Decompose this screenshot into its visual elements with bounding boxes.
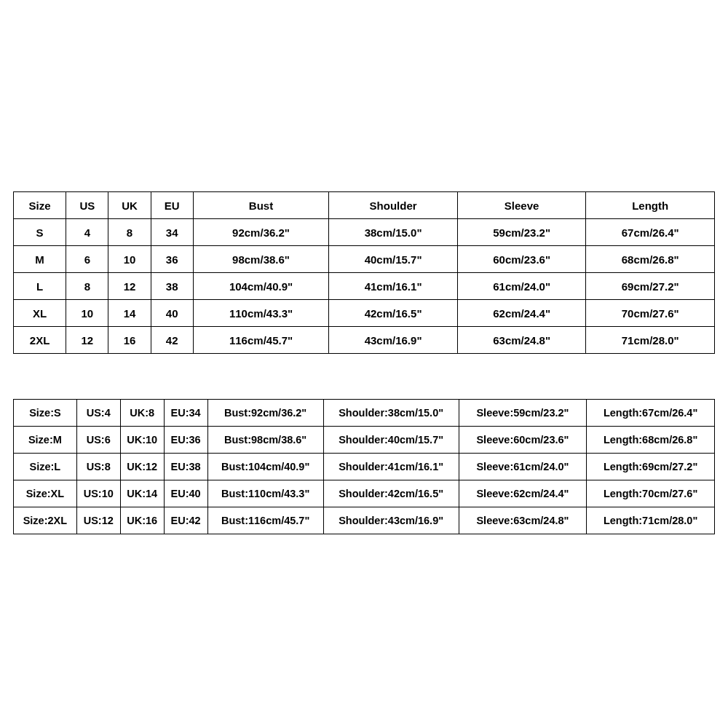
- table-row: Size:XL US:10 UK:14 EU:40 Bust:110cm/43.…: [14, 480, 715, 507]
- cell: EU:40: [164, 480, 207, 507]
- cell: 104cm/40.9": [193, 273, 329, 300]
- cell: 12: [66, 327, 108, 354]
- cell: US:4: [76, 400, 120, 427]
- cell: Size:2XL: [14, 507, 77, 534]
- cell: 92cm/36.2": [193, 219, 329, 246]
- cell: 62cm/24.4": [457, 300, 586, 327]
- cell: 67cm/26.4": [586, 219, 715, 246]
- table-row: Size:2XL US:12 UK:16 EU:42 Bust:116cm/45…: [14, 507, 715, 534]
- cell: L: [14, 273, 66, 300]
- cell: EU:42: [164, 507, 207, 534]
- cell: 40: [151, 300, 193, 327]
- cell: 2XL: [14, 327, 66, 354]
- cell: Bust:92cm/36.2": [207, 400, 323, 427]
- cell: 38cm/15.0": [329, 219, 458, 246]
- table-row: XL 10 14 40 110cm/43.3" 42cm/16.5" 62cm/…: [14, 300, 715, 327]
- cell: US:6: [76, 427, 120, 454]
- cell: 40cm/15.7": [329, 246, 458, 273]
- cell: Shoulder:40cm/15.7": [323, 427, 459, 454]
- cell: 110cm/43.3": [193, 300, 329, 327]
- cell: 14: [108, 300, 151, 327]
- col-length: Length: [586, 192, 715, 219]
- table-row: 2XL 12 16 42 116cm/45.7" 43cm/16.9" 63cm…: [14, 327, 715, 354]
- col-bust: Bust: [193, 192, 329, 219]
- table-row: S 4 8 34 92cm/36.2" 38cm/15.0" 59cm/23.2…: [14, 219, 715, 246]
- col-shoulder: Shoulder: [329, 192, 458, 219]
- col-us: US: [66, 192, 108, 219]
- cell: 12: [108, 273, 151, 300]
- cell: 59cm/23.2": [457, 219, 586, 246]
- cell: UK:10: [120, 427, 164, 454]
- cell: 60cm/23.6": [457, 246, 586, 273]
- cell: Sleeve:63cm/24.8": [459, 507, 587, 534]
- cell: EU:38: [164, 454, 207, 480]
- cell: 63cm/24.8": [457, 327, 586, 354]
- cell: Size:M: [14, 427, 77, 454]
- cell: UK:14: [120, 480, 164, 507]
- cell: Bust:116cm/45.7": [207, 507, 323, 534]
- size-chart-headered: Size US UK EU Bust Shoulder Sleeve Lengt…: [13, 191, 715, 354]
- cell: Length:69cm/27.2": [587, 454, 715, 480]
- cell: M: [14, 246, 66, 273]
- cell: Shoulder:41cm/16.1": [323, 454, 459, 480]
- col-eu: EU: [151, 192, 193, 219]
- cell: Length:68cm/26.8": [587, 427, 715, 454]
- cell: Sleeve:59cm/23.2": [459, 400, 587, 427]
- cell: Bust:104cm/40.9": [207, 454, 323, 480]
- cell: Length:67cm/26.4": [587, 400, 715, 427]
- cell: S: [14, 219, 66, 246]
- cell: Shoulder:43cm/16.9": [323, 507, 459, 534]
- cell: US:8: [76, 454, 120, 480]
- cell: 71cm/28.0": [586, 327, 715, 354]
- table-row: Size:L US:8 UK:12 EU:38 Bust:104cm/40.9"…: [14, 454, 715, 480]
- size-chart-labeled: Size:S US:4 UK:8 EU:34 Bust:92cm/36.2" S…: [13, 399, 715, 534]
- col-sleeve: Sleeve: [457, 192, 586, 219]
- cell: 4: [66, 219, 108, 246]
- table-row: L 8 12 38 104cm/40.9" 41cm/16.1" 61cm/24…: [14, 273, 715, 300]
- cell: UK:16: [120, 507, 164, 534]
- table-row: Size:S US:4 UK:8 EU:34 Bust:92cm/36.2" S…: [14, 400, 715, 427]
- cell: 68cm/26.8": [586, 246, 715, 273]
- cell: 43cm/16.9": [329, 327, 458, 354]
- cell: Sleeve:62cm/24.4": [459, 480, 587, 507]
- cell: 42: [151, 327, 193, 354]
- table-row: Size:M US:6 UK:10 EU:36 Bust:98cm/38.6" …: [14, 427, 715, 454]
- cell: UK:8: [120, 400, 164, 427]
- cell: Sleeve:61cm/24.0": [459, 454, 587, 480]
- cell: 16: [108, 327, 151, 354]
- cell: 8: [108, 219, 151, 246]
- cell: 41cm/16.1": [329, 273, 458, 300]
- cell: Bust:98cm/38.6": [207, 427, 323, 454]
- cell: 98cm/38.6": [193, 246, 329, 273]
- cell: Length:71cm/28.0": [587, 507, 715, 534]
- cell: EU:36: [164, 427, 207, 454]
- cell: UK:12: [120, 454, 164, 480]
- cell: Bust:110cm/43.3": [207, 480, 323, 507]
- cell: 34: [151, 219, 193, 246]
- cell: Shoulder:38cm/15.0": [323, 400, 459, 427]
- cell: 10: [108, 246, 151, 273]
- cell: 6: [66, 246, 108, 273]
- cell: Sleeve:60cm/23.6": [459, 427, 587, 454]
- cell: EU:34: [164, 400, 207, 427]
- cell: XL: [14, 300, 66, 327]
- cell: 42cm/16.5": [329, 300, 458, 327]
- cell: Shoulder:42cm/16.5": [323, 480, 459, 507]
- cell: 36: [151, 246, 193, 273]
- col-uk: UK: [108, 192, 151, 219]
- cell: 10: [66, 300, 108, 327]
- cell: US:10: [76, 480, 120, 507]
- cell: 69cm/27.2": [586, 273, 715, 300]
- cell: 8: [66, 273, 108, 300]
- cell: 38: [151, 273, 193, 300]
- cell: 70cm/27.6": [586, 300, 715, 327]
- cell: 116cm/45.7": [193, 327, 329, 354]
- table-row: M 6 10 36 98cm/38.6" 40cm/15.7" 60cm/23.…: [14, 246, 715, 273]
- cell: Size:S: [14, 400, 77, 427]
- cell: Length:70cm/27.6": [587, 480, 715, 507]
- header-row: Size US UK EU Bust Shoulder Sleeve Lengt…: [14, 192, 715, 219]
- cell: Size:L: [14, 454, 77, 480]
- cell: 61cm/24.0": [457, 273, 586, 300]
- cell: US:12: [76, 507, 120, 534]
- col-size: Size: [14, 192, 66, 219]
